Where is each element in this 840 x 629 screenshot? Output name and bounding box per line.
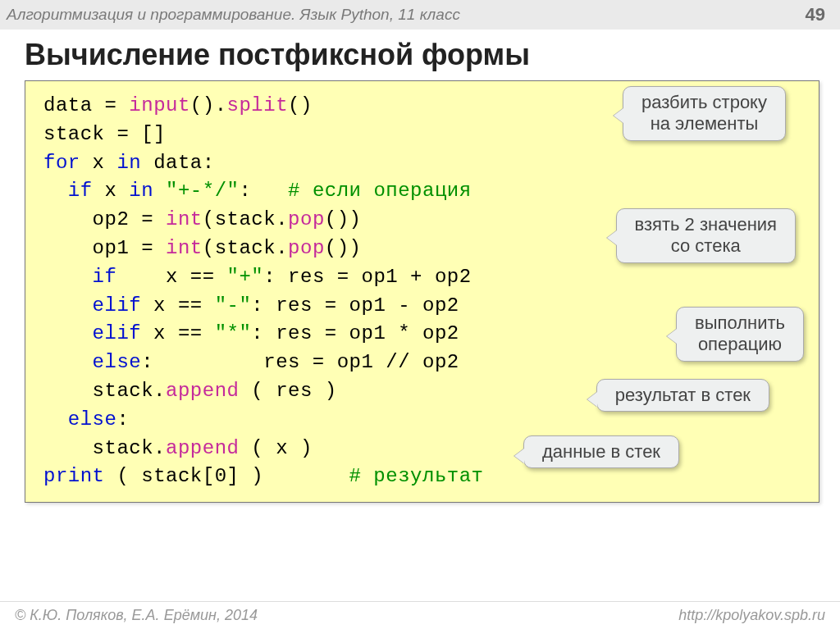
callout-exec: выполнитьоперацию	[676, 307, 804, 362]
header-bar: Алгоритмизация и программирование. Язык …	[0, 0, 840, 30]
code-listing: data = input().split() stack = [] for x …	[43, 92, 802, 491]
page-number: 49	[806, 4, 825, 25]
footer-link: http://kpolyakov.spb.ru	[678, 607, 825, 624]
callout-pop: взять 2 значениясо стека	[616, 208, 796, 263]
callout-split: разбить строкуна элементы	[623, 86, 786, 141]
footer: © К.Ю. Поляков, Е.А. Ерёмин, 2014 http:/…	[0, 601, 840, 629]
page-title: Вычисление постфиксной формы	[0, 30, 840, 80]
copyright: © К.Ю. Поляков, Е.А. Ерёмин, 2014	[15, 607, 258, 624]
code-block: data = input().split() stack = [] for x …	[25, 80, 819, 503]
callout-push-data: данные в стек	[523, 435, 679, 468]
callout-push-res: результат в стек	[596, 379, 769, 412]
breadcrumb: Алгоритмизация и программирование. Язык …	[7, 6, 460, 24]
